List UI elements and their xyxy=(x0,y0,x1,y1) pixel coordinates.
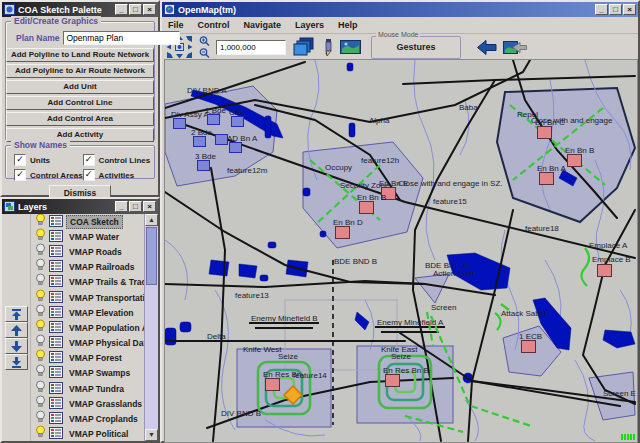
checkbox-activities[interactable]: ✓Activities xyxy=(83,169,151,181)
friendly-unit[interactable]: Div Assy Area xyxy=(173,118,186,129)
layer-name[interactable]: VMAP Forest xyxy=(66,352,125,364)
checkbox-control-lines[interactable]: ✓Control Lines xyxy=(83,154,151,166)
scale-input[interactable] xyxy=(216,40,286,55)
layer-name[interactable]: VMAP Roads xyxy=(66,246,125,258)
enemy-unit[interactable]: En Res Bn xyxy=(265,378,280,391)
unit-label: En Bn B xyxy=(357,193,386,202)
menu-layers[interactable]: Layers xyxy=(295,20,324,30)
friendly-unit[interactable]: 3 Bde xyxy=(197,160,210,171)
checkbox-units[interactable]: ✓Units xyxy=(14,154,83,166)
move-layer-up-button[interactable] xyxy=(5,322,28,338)
checkbox-check-icon[interactable]: ✓ xyxy=(83,169,95,181)
zoom-in-icon[interactable] xyxy=(199,36,210,46)
enemy-unit[interactable]: En Bn C xyxy=(537,126,552,139)
checkbox-check-icon[interactable]: ✓ xyxy=(14,169,26,181)
unit-label: En Bn A xyxy=(537,164,566,173)
forward-view-icon[interactable] xyxy=(503,40,527,55)
layers-scrollbar[interactable]: ▲ ▼ xyxy=(144,214,158,441)
unit-label: 1 Bde xyxy=(205,106,226,115)
checkbox-check-icon[interactable]: ✓ xyxy=(83,154,95,166)
menu-control[interactable]: Control xyxy=(198,20,230,30)
status-memory-ticks-icon xyxy=(621,434,635,440)
checkbox-control-areas[interactable]: ✓Control Areas xyxy=(14,169,83,181)
friendly-unit[interactable]: AD Bn A xyxy=(229,142,242,153)
enemy-unit[interactable]: En Bn B xyxy=(359,201,374,214)
menu-file[interactable]: File xyxy=(168,20,184,30)
layer-name[interactable]: VMAP Population Areas xyxy=(66,322,144,334)
move-layer-top-button[interactable] xyxy=(5,306,28,322)
layer-name[interactable]: VMAP Physical Data xyxy=(66,337,144,349)
back-view-icon[interactable] xyxy=(477,40,497,55)
map-canvas[interactable]: DIV BND Afeature12mAlphaBabafeature12hOc… xyxy=(164,59,638,443)
scroll-down-icon[interactable]: ▼ xyxy=(145,429,158,441)
tool-bar: Mouse Mode Gestures xyxy=(162,34,638,60)
layer-name[interactable]: VMAP Trails & Tracks xyxy=(66,276,144,288)
friendly-unit[interactable]: 2 Bde xyxy=(193,136,206,147)
layer-name[interactable]: VMAP Political xyxy=(66,428,131,440)
map-image-icon[interactable] xyxy=(340,40,361,54)
layer-name[interactable]: VMAP Croplands xyxy=(66,413,141,425)
scrollbar-thumb[interactable] xyxy=(146,227,157,285)
enemy-unit[interactable]: En Bn A xyxy=(539,172,554,185)
mouse-mode-group: Mouse Mode Gestures xyxy=(371,36,461,59)
enemy-unit[interactable]: En Res Bn B xyxy=(385,374,400,387)
move-layer-down-button[interactable] xyxy=(5,338,28,354)
scroll-up-icon[interactable]: ▲ xyxy=(145,214,158,226)
layer-row: VMAP Trails & Tracks xyxy=(31,275,144,290)
window-title: OpenMap(tm) xyxy=(178,5,592,15)
layer-name[interactable]: VMAP Elevation xyxy=(66,307,137,319)
close-icon[interactable]: × xyxy=(623,4,636,15)
layer-name[interactable]: VMAP Grasslands xyxy=(66,398,144,410)
layers-app-icon xyxy=(4,201,15,212)
enemy-unit[interactable] xyxy=(597,264,612,277)
openmap-titlebar[interactable]: OpenMap(tm) _ □ × xyxy=(162,2,638,17)
close-icon[interactable]: × xyxy=(143,201,156,212)
layer-name[interactable]: VMAP Water xyxy=(66,231,122,243)
close-icon[interactable]: × xyxy=(143,4,156,15)
map-label: Close with and engage in SZ. xyxy=(398,179,503,188)
layers-stack-icon[interactable] xyxy=(292,37,316,57)
add-unit-button[interactable]: Add Unit xyxy=(6,80,154,94)
maximize-icon[interactable]: □ xyxy=(129,201,142,212)
drawing-tool-icon[interactable] xyxy=(322,38,334,57)
layer-row: VMAP Forest xyxy=(31,351,144,366)
layer-name[interactable]: COA Sketch xyxy=(66,215,123,229)
layer-palette-icon[interactable] xyxy=(49,425,63,441)
layer-row: COA Sketch xyxy=(31,214,144,229)
zoom-out-icon[interactable] xyxy=(199,48,210,58)
map-label: DIV BND A xyxy=(187,86,227,95)
checkbox-check-icon[interactable]: ✓ xyxy=(14,154,26,166)
map-label: Screen E xyxy=(603,389,636,398)
add-control-line-button[interactable]: Add Control Line xyxy=(6,96,154,110)
add-polyline-land-route-button[interactable]: Add Polyline to Land Route Network xyxy=(6,48,154,62)
map-label: Knife West xyxy=(243,345,282,354)
add-polyline-air-route-button[interactable]: Add Polyline to Air Route Network xyxy=(6,64,154,78)
layer-visibility-bulb-icon[interactable] xyxy=(35,425,46,441)
menu-help[interactable]: Help xyxy=(338,20,358,30)
enemy-unit[interactable]: 1 ECB xyxy=(521,340,536,353)
enemy-unit[interactable]: En Bn D xyxy=(335,226,350,239)
layers-list: COA SketchVMAP WaterVMAP RoadsVMAP Railr… xyxy=(31,214,144,441)
layer-name[interactable]: VMAP Railroads xyxy=(66,261,138,273)
map-label: Emplace B xyxy=(592,255,631,264)
move-layer-bottom-button[interactable] xyxy=(5,354,28,370)
unit-label: En Res Bn B xyxy=(383,366,429,375)
add-control-area-button[interactable]: Add Control Area xyxy=(6,112,154,126)
maximize-icon[interactable]: □ xyxy=(609,4,622,15)
friendly-unit[interactable]: CAV xyxy=(231,116,244,127)
menu-navigate[interactable]: Navigate xyxy=(244,20,282,30)
plan-name-input[interactable] xyxy=(63,31,180,45)
layer-name[interactable]: VMAP Tundra xyxy=(66,383,127,395)
minimize-icon[interactable]: _ xyxy=(115,201,128,212)
layer-name[interactable]: VMAP Swamps xyxy=(66,367,133,379)
friendly-unit[interactable]: 1 Bde xyxy=(207,114,220,125)
maximize-icon[interactable]: □ xyxy=(129,4,142,15)
minimize-icon[interactable]: _ xyxy=(115,4,128,15)
mouse-mode-value[interactable]: Gestures xyxy=(372,37,460,58)
enemy-unit[interactable]: En Bn B xyxy=(567,154,582,167)
minimize-icon[interactable]: _ xyxy=(595,4,608,15)
layer-name[interactable]: VMAP Transportation xyxy=(66,292,144,304)
palette-titlebar[interactable]: COA Sketch Palette _ □ × xyxy=(2,2,158,17)
layers-titlebar[interactable]: Layers _ □ × xyxy=(2,199,158,214)
desktop: OpenMap(tm) _ □ × File Control Navigate … xyxy=(0,0,640,443)
